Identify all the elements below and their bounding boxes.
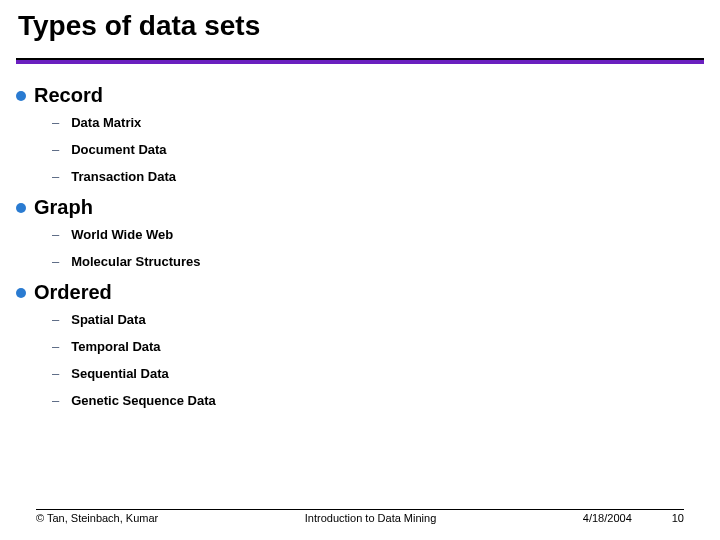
footer-row: © Tan, Steinbach, Kumar Introduction to … <box>36 510 684 524</box>
item-text: World Wide Web <box>71 227 173 242</box>
bullet-dot-icon <box>16 91 26 101</box>
item-text: Transaction Data <box>71 169 176 184</box>
list-item: –Spatial Data <box>52 312 704 327</box>
list-item: –World Wide Web <box>52 227 704 242</box>
footer-course: Introduction to Data Mining <box>158 512 583 524</box>
item-text: Sequential Data <box>71 366 169 381</box>
section-items: –Spatial Data –Temporal Data –Sequential… <box>52 312 704 408</box>
footer: © Tan, Steinbach, Kumar Introduction to … <box>36 509 684 524</box>
section-heading: Graph <box>16 196 704 219</box>
footer-authors: © Tan, Steinbach, Kumar <box>36 512 158 524</box>
section-ordered: Ordered –Spatial Data –Temporal Data –Se… <box>16 281 704 408</box>
dash-icon: – <box>52 254 59 269</box>
dash-icon: – <box>52 169 59 184</box>
list-item: –Molecular Structures <box>52 254 704 269</box>
dash-icon: – <box>52 312 59 327</box>
footer-page: 10 <box>672 512 684 524</box>
list-item: –Temporal Data <box>52 339 704 354</box>
section-items: –Data Matrix –Document Data –Transaction… <box>52 115 704 184</box>
dash-icon: – <box>52 227 59 242</box>
item-text: Temporal Data <box>71 339 160 354</box>
section-heading: Record <box>16 84 704 107</box>
section-label: Graph <box>34 196 93 219</box>
dash-icon: – <box>52 339 59 354</box>
bullet-dot-icon <box>16 203 26 213</box>
bullet-dot-icon <box>16 288 26 298</box>
item-text: Genetic Sequence Data <box>71 393 216 408</box>
footer-date: 4/18/2004 <box>583 512 632 524</box>
dash-icon: – <box>52 393 59 408</box>
list-item: –Document Data <box>52 142 704 157</box>
list-item: –Genetic Sequence Data <box>52 393 704 408</box>
section-label: Record <box>34 84 103 107</box>
title-rule <box>16 58 704 64</box>
section-graph: Graph –World Wide Web –Molecular Structu… <box>16 196 704 269</box>
item-text: Document Data <box>71 142 166 157</box>
footer-right: 4/18/2004 10 <box>583 512 684 524</box>
item-text: Spatial Data <box>71 312 145 327</box>
section-record: Record –Data Matrix –Document Data –Tran… <box>16 84 704 184</box>
section-items: –World Wide Web –Molecular Structures <box>52 227 704 269</box>
list-item: –Sequential Data <box>52 366 704 381</box>
item-text: Molecular Structures <box>71 254 200 269</box>
dash-icon: – <box>52 142 59 157</box>
list-item: –Data Matrix <box>52 115 704 130</box>
slide-content: Record –Data Matrix –Document Data –Tran… <box>16 78 704 420</box>
section-label: Ordered <box>34 281 112 304</box>
item-text: Data Matrix <box>71 115 141 130</box>
slide-title: Types of data sets <box>18 10 260 42</box>
dash-icon: – <box>52 115 59 130</box>
dash-icon: – <box>52 366 59 381</box>
section-heading: Ordered <box>16 281 704 304</box>
list-item: –Transaction Data <box>52 169 704 184</box>
